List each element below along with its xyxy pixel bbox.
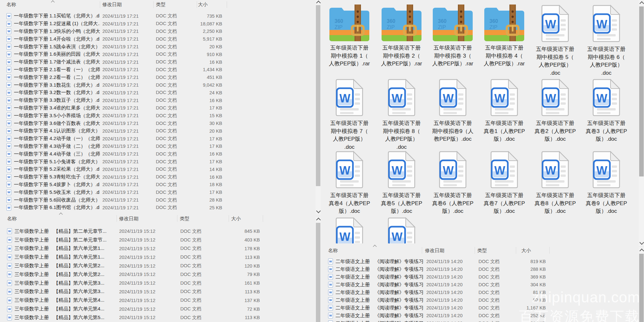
file-row[interactable]: W 三年级数学上册 【精品】第六单元第2... 2024/11/19 15:12… xyxy=(0,261,270,270)
file-row[interactable]: W 一年级数学下册 1.1买铅笔（北师大）.d... 2024/11/19 17… xyxy=(0,12,233,20)
file-row[interactable]: W 一年级数学下册 1.2捉迷藏 (1)（北师大... 2024/11/19 1… xyxy=(0,20,233,28)
scrollbar-top-left-pane[interactable] xyxy=(316,0,321,214)
scroll-down-icon[interactable] xyxy=(316,209,321,213)
file-row[interactable]: W 一年级数学下册 3.6做个百数表（北师大... 2024/11/19 17:… xyxy=(0,119,233,127)
file-row[interactable]: W 一年级数学下册 5.6回收废品（北师大）... 2024/11/19 17:… xyxy=(0,196,233,204)
word-file-item[interactable]: W 五年级英语下册 真卷7（人教PEP 版）.doc xyxy=(478,151,530,215)
file-row[interactable]: W 二年级语文上册 《阅读理解》专项练习... 2024/11/19 14:20… xyxy=(322,319,554,322)
file-row[interactable]: W 二年级语文上册 《阅读理解》专项练习... 2024/11/19 14:20… xyxy=(322,258,554,265)
file-row[interactable]: W 二年级语文上册 《阅读理解》专项练习... 2024/11/19 14:20… xyxy=(322,289,554,296)
file-row[interactable]: W 三年级数学上册 【精品】第六单元第4... 2024/11/19 15:12… xyxy=(0,296,270,305)
word-file-item[interactable]: W 五年级英语下册 真卷1（人教PEP 版）.doc xyxy=(478,79,530,143)
file-row[interactable]: W 三年级数学上册 【精品】第六单元第1... 2024/11/19 15:12… xyxy=(0,253,270,261)
column-divider[interactable] xyxy=(197,1,197,8)
file-row[interactable]: W 一年级数学下册 1.4开会啦（北师大）.d... 2024/11/19 17… xyxy=(0,35,233,43)
file-row[interactable]: W 三年级数学上册 【精品】第六单元第5... 2024/11/19 15:12… xyxy=(0,313,270,322)
column-divider[interactable] xyxy=(117,215,117,222)
file-row[interactable]: W 一年级数学下册 2.1看一看（一）（北师... 2024/11/19 17:… xyxy=(0,66,233,74)
scrollbar-thumb[interactable] xyxy=(316,5,320,186)
scrollbar-thumb[interactable] xyxy=(639,254,644,322)
column-divider[interactable] xyxy=(263,215,263,222)
file-row[interactable]: W 一年级数学下册 5.3青蛙吃虫子（北师大... 2024/11/19 17:… xyxy=(0,173,233,181)
word-file-item[interactable]: W 五年级英语下册 真卷2（人教PEP 版）.doc xyxy=(529,79,581,143)
scroll-up-icon[interactable] xyxy=(316,218,321,222)
file-row[interactable]: W 一年级数学下册 3.5小小养殖场（北师大... 2024/11/19 17:… xyxy=(0,112,233,119)
column-header-size[interactable]: 大小 xyxy=(229,216,263,222)
column-header-size[interactable]: 大小 xyxy=(517,248,547,254)
scroll-up-icon[interactable] xyxy=(639,249,644,253)
file-row[interactable]: W 一年级数学下册 3.2数一数（北师大）.d... 2024/11/19 17… xyxy=(0,89,233,97)
file-row[interactable]: W 一年级数学下册 4.1认识图形（北师大）... 2024/11/19 17:… xyxy=(0,127,233,135)
file-row[interactable]: W 三年级数学上册 【精品】第六单元第3... 2024/11/19 15:12… xyxy=(0,279,270,288)
file-row[interactable]: W 一年级数学下册 3.3数豆子（北师大）.d... 2024/11/19 17… xyxy=(0,97,233,104)
word-file-item[interactable]: W 五年级英语下册 真卷4（人教PEP 版）.doc xyxy=(324,151,375,215)
archive-file-item[interactable]: 360 ZIP 五年级英语下册 期中模拟卷 2（ 人教PEP版）.rar xyxy=(376,5,427,68)
file-row[interactable]: W 三年级数学上册 【精品】第六单元第4... 2024/11/19 15:12… xyxy=(0,305,270,313)
file-row[interactable]: W 一年级数学下册 2.2看一看（二）（北师... 2024/11/19 17:… xyxy=(0,73,233,81)
column-divider[interactable] xyxy=(177,215,177,222)
scroll-up-icon[interactable] xyxy=(316,1,321,5)
file-row[interactable]: W 一年级数学下册 5.2采松果（北师大）.d... 2024/11/19 17… xyxy=(0,166,233,173)
file-row[interactable]: W 一年级数学下册 3.1数花生（北师大）.d... 2024/11/19 17… xyxy=(0,81,233,89)
column-divider[interactable] xyxy=(153,1,154,8)
word-file-item[interactable]: W 五年级英语下册 期中模拟卷 7（ 人教PEP版） .doc xyxy=(324,79,375,151)
scrollbar-icon-pane[interactable] xyxy=(639,0,644,246)
word-file-item[interactable]: W 五年级英语下册 真卷8（人教PEP 版）.doc xyxy=(529,151,581,215)
file-row[interactable]: W 二年级语文上册 《阅读理解》专项练习... 2024/11/19 14:20… xyxy=(322,296,554,304)
scrollbar-bottom-left-pane[interactable] xyxy=(316,217,321,322)
column-divider[interactable] xyxy=(229,215,229,222)
file-row[interactable]: W 三年级数学上册 【精品】第六单元第1... 2024/11/19 15:12… xyxy=(0,244,270,253)
file-row[interactable]: W 二年级语文上册 《阅读理解》专项练习... 2024/11/19 14:20… xyxy=(322,265,554,273)
file-row[interactable]: W 二年级语文上册 《阅读理解》专项练习... 2024/11/19 14:20… xyxy=(322,281,554,289)
word-file-item[interactable]: W 五年级英语下册 真卷5（人教PEP 版）.doc xyxy=(376,151,427,215)
file-row[interactable]: W 一年级数学下册 3.4谁的红果多（北师大... 2024/11/19 17:… xyxy=(0,104,233,112)
file-row[interactable]: W 一年级数学下册 5.4拔萝卜（北师大）.d... 2024/11/19 17… xyxy=(0,181,233,189)
column-header-date[interactable]: 修改日期 xyxy=(424,248,476,254)
column-divider[interactable] xyxy=(227,1,227,8)
scroll-down-icon[interactable] xyxy=(639,240,644,245)
column-divider[interactable] xyxy=(516,247,516,254)
word-file-item[interactable]: W xyxy=(324,217,375,243)
column-divider[interactable] xyxy=(549,247,550,254)
file-row[interactable]: W 三年级数学上册 【精品】第二单元章节... 2024/11/19 15:12… xyxy=(0,236,270,244)
file-row[interactable]: W 三年级数学上册 【精品】第六单元第2... 2024/11/19 15:12… xyxy=(0,270,270,279)
word-file-item[interactable]: W 五年级英语下册 真卷6（人教PEP 版）.doc xyxy=(427,151,478,215)
file-row[interactable]: W 一年级数学下册 4.2动手做（一）（北师... 2024/11/19 17:… xyxy=(0,135,233,143)
file-row[interactable]: W 一年级数学下册 1.5跳伞表演（北师大）... 2024/11/19 17:… xyxy=(0,43,233,51)
column-divider[interactable] xyxy=(475,247,475,254)
file-row[interactable]: W 一年级数学下册 5.1小兔请客（北师大）... 2024/11/19 17:… xyxy=(0,158,233,166)
file-row[interactable]: W 一年级数学下册 6.1图书馆（北师大）.d... 2024/11/19 17… xyxy=(0,204,233,212)
column-header-name[interactable]: 名称 xyxy=(7,216,117,222)
word-file-item[interactable]: W 五年级英语下册 真卷3（人教PEP 版）.doc xyxy=(581,79,632,143)
file-row[interactable]: W 一年级数学下册 4.3动手做（二）（北师... 2024/11/19 17:… xyxy=(0,143,233,150)
word-file-item[interactable]: W xyxy=(376,217,427,243)
file-row[interactable]: W 二年级语文上册 《阅读理解》专项练习... 2024/11/19 14:20… xyxy=(322,312,554,319)
word-file-item[interactable]: W 五年级英语下册 期中模拟卷9（人 教PEP版）.doc xyxy=(427,79,478,143)
file-row[interactable]: W 三年级数学上册 【精品】第二单元章节... 2024/11/19 15:12… xyxy=(0,227,270,236)
file-row[interactable]: W 一年级数学下册 5.5收玉米（北师大）.d... 2024/11/19 17… xyxy=(0,188,233,196)
scrollbar-bottom-right-pane[interactable] xyxy=(639,247,644,322)
word-file-item[interactable]: W 五年级英语下册 期中模拟卷 8（ 人教PEP版） .doc xyxy=(376,79,427,151)
file-row[interactable]: W 二年级语文上册 《阅读理解》专项练习... 2024/11/19 14:20… xyxy=(322,273,554,281)
column-header-type[interactable]: 类型 xyxy=(177,216,229,222)
file-row[interactable]: W 一年级数学下册 4.4动手做（三）（北师... 2024/11/19 17:… xyxy=(0,150,233,158)
file-row[interactable]: W 三年级数学上册 【精品】第六单元第3... 2024/11/19 15:12… xyxy=(0,288,270,296)
word-file-item[interactable]: W 五年级英语下册 期中模拟卷 6（ 人教PEP版） .doc xyxy=(581,5,632,77)
archive-file-item[interactable]: 360 ZIP 五年级英语下册 期中模拟卷 1（ 人教PEP版）.rar xyxy=(324,5,375,68)
scroll-up-icon[interactable] xyxy=(639,1,644,6)
column-header-date[interactable]: 修改日期 xyxy=(100,2,153,8)
scrollbar-thumb[interactable] xyxy=(639,6,644,176)
column-header-type[interactable]: 类型 xyxy=(153,2,197,8)
column-divider[interactable] xyxy=(100,1,100,8)
column-header-size[interactable]: 大小 xyxy=(197,2,227,8)
file-row[interactable]: W 二年级语文上册 《阅读理解》专项练习... 2024/11/19 14:20… xyxy=(322,304,554,312)
column-header-name[interactable]: 名称 xyxy=(328,248,424,254)
archive-file-item[interactable]: 360 ZIP 五年级英语下册 期中模拟卷 3（ 人教PEP版）.rar xyxy=(427,5,478,68)
column-header-type[interactable]: 类型 xyxy=(476,248,517,254)
file-row[interactable]: W 一年级数学下册 1.3快乐的小鸭（北师大... 2024/11/19 17:… xyxy=(0,28,233,35)
file-row[interactable]: W 一年级数学下册 1.7做个减法表（北师大... 2024/11/19 17:… xyxy=(0,58,233,66)
scrollbar-thumb[interactable] xyxy=(316,223,320,322)
column-divider[interactable] xyxy=(422,247,422,254)
word-file-item[interactable]: W 五年级英语下册 真卷9（人教PEP 版）.doc xyxy=(581,151,632,215)
word-file-item[interactable]: W 五年级英语下册 期中模拟卷 5（ 人教PEP版） .doc xyxy=(529,5,581,77)
